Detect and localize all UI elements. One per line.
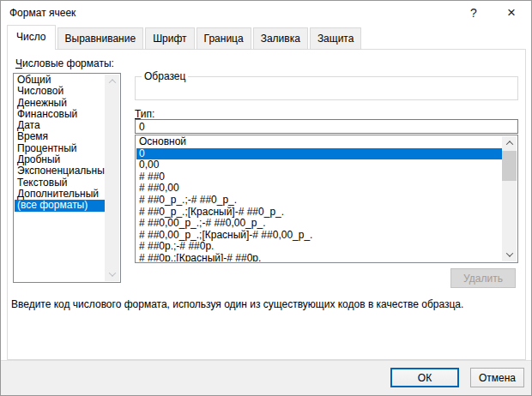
number-tab-page: Числовые форматы: ОбщийЧисловойДенежныйФ… (7, 49, 526, 360)
close-icon[interactable]: × (499, 1, 524, 25)
type-label: Тип: (135, 108, 154, 120)
format-code-item[interactable]: # ##0_р_.;[Красный]-# ##0_р_. (136, 207, 502, 219)
format-category-item[interactable]: Дата (15, 120, 105, 131)
type-input[interactable] (135, 119, 518, 134)
delete-button[interactable]: Удалить (450, 268, 516, 288)
tab-number[interactable]: Число (7, 25, 56, 50)
tab-border[interactable]: Граница (196, 27, 251, 50)
dialog-title: Формат ячеек (9, 7, 76, 19)
scroll-up-icon[interactable] (105, 75, 119, 88)
sample-groupbox: Образец (135, 76, 518, 100)
format-code-item[interactable]: 0,00 (136, 159, 502, 171)
format-category-item[interactable]: Текстовый (15, 177, 105, 189)
scroll-down-icon[interactable] (502, 248, 517, 261)
sample-legend: Образец (142, 70, 188, 82)
format-code-item[interactable]: 0 (136, 148, 502, 160)
cancel-button[interactable]: Отмена (470, 368, 524, 387)
ok-button[interactable]: ОК (390, 368, 459, 387)
tab-font[interactable]: Шрифт (145, 27, 194, 50)
format-code-item[interactable]: # ##0,00_р_.;-# ##0,00_р_. (136, 218, 502, 230)
format-category-item[interactable]: Числовой (15, 86, 105, 97)
format-category-item[interactable]: Финансовый (15, 109, 105, 120)
number-formats-label: Числовые форматы: (15, 57, 114, 69)
format-category-item[interactable]: Процентный (15, 143, 105, 154)
scrollbar-thumb[interactable] (502, 151, 517, 181)
category-list-scrollbar[interactable] (105, 75, 119, 281)
hint-text: Введите код числового формата, используя… (11, 298, 520, 310)
format-category-item[interactable]: Время (15, 131, 105, 142)
tab-strip: ЧислоВыравниваниеШрифтГраницаЗаливкаЗащи… (7, 27, 363, 50)
format-code-item[interactable]: # ##0 (136, 171, 502, 183)
format-code-item[interactable]: # ##0,00_р_.;[Красный]-# ##0,00_р_. (136, 230, 502, 242)
title-bar: Формат ячеек ? × (1, 1, 531, 26)
tab-protection[interactable]: Защита (310, 27, 362, 50)
tab-alignment[interactable]: Выравнивание (57, 27, 144, 50)
format-category-item[interactable]: Общий (15, 75, 105, 86)
format-code-list[interactable]: Основной00,00# ##0# ##0,00# ##0_р_.;-# #… (135, 135, 518, 263)
scroll-up-icon[interactable] (502, 136, 517, 150)
format-category-item[interactable]: (все форматы) (15, 200, 105, 211)
number-format-category-list[interactable]: ОбщийЧисловойДенежныйФинансовыйДатаВремя… (13, 73, 121, 283)
format-category-item[interactable]: Дополнительный (15, 189, 105, 200)
format-code-item[interactable]: Основной (136, 136, 502, 148)
format-category-item[interactable]: Экспоненциальный (15, 165, 105, 177)
scroll-down-icon[interactable] (105, 267, 119, 281)
format-code-item[interactable]: # ##0р.;[Красный]-# ##0р. (136, 253, 502, 261)
format-cells-dialog: Формат ячеек ? × ЧислоВыравниваниеШрифтГ… (0, 0, 532, 396)
format-category-item[interactable]: Денежный (15, 98, 105, 109)
format-category-item[interactable]: Дробный (15, 154, 105, 165)
tab-fill[interactable]: Заливка (253, 27, 308, 50)
footer: ОК Отмена (1, 360, 531, 395)
help-icon[interactable]: ? (461, 1, 487, 25)
code-list-scrollbar[interactable] (502, 136, 517, 261)
format-code-item[interactable]: # ##0_р_.;-# ##0_р_. (136, 195, 502, 207)
format-code-item[interactable]: # ##0р.;-# ##0р. (136, 241, 502, 253)
format-code-item[interactable]: # ##0,00 (136, 183, 502, 195)
